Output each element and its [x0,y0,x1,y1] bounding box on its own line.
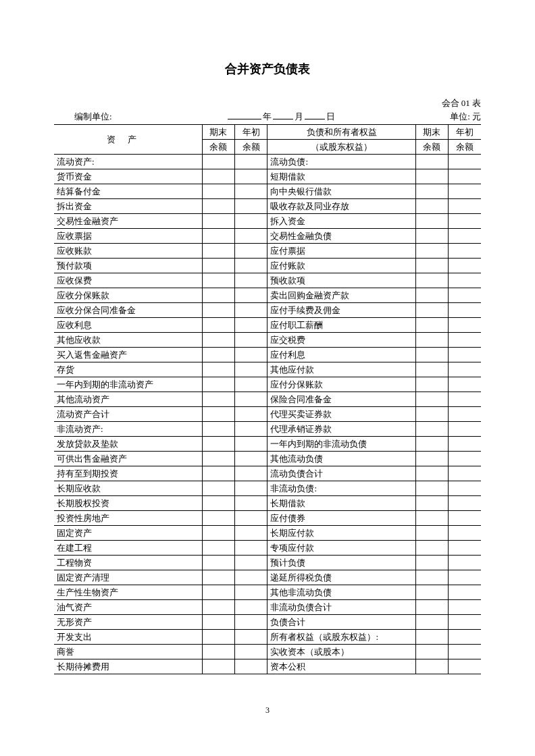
value-cell [235,481,268,496]
table-row: 应收账款应付票据 [54,244,481,259]
value-cell [235,511,268,526]
value-cell [449,481,481,496]
table-header-row-1: 资产 期末 年初 负债和所有者权益 期末 年初 [54,125,481,140]
liability-cell: 应付债券 [268,511,415,526]
value-cell [415,259,448,273]
value-cell [415,199,448,214]
table-row: 固定资产长期应付款 [54,526,481,541]
value-cell [202,244,234,259]
value-cell [449,199,481,214]
asset-cell: 其他应收款 [54,333,202,348]
table-row: 投资性房地产应付债券 [54,511,481,526]
asset-cell: 结算备付金 [54,184,202,199]
table-row: 无形资产负债合计 [54,615,481,630]
value-cell [235,155,268,169]
liability-cell: 保险合同准备金 [268,392,415,407]
value-cell [202,496,234,511]
value-cell [449,348,481,362]
asset-cell: 持有至到期投资 [54,466,202,481]
value-cell [449,645,481,659]
value-cell [415,615,448,630]
value-cell [449,570,481,585]
value-cell [235,392,268,407]
page-title: 合并资产负债表 [54,61,481,77]
value-cell [202,630,234,645]
value-cell [235,585,268,600]
value-cell [449,318,481,333]
value-cell [202,615,234,630]
liability-cell: 其他应付款 [268,362,415,377]
value-cell [202,659,234,674]
org-label: 编制单位: [54,111,112,123]
value-cell [202,377,234,392]
page-number: 3 [0,705,535,716]
month-blank [273,119,293,119]
liability-cell: 代理承销证券款 [268,422,415,437]
hdr-end-bal-l2: 余额 [415,140,448,155]
value-cell [415,526,448,541]
value-cell [415,303,448,318]
table-row: 交易性金融资产拆入资金 [54,214,481,229]
value-cell [415,229,448,244]
year-blank [228,119,261,119]
value-cell [235,333,268,348]
hdr-end-bal-l: 期末 [415,125,448,140]
value-cell [202,303,234,318]
value-cell [415,556,448,570]
value-cell [449,452,481,466]
value-cell [235,259,268,273]
value-cell [449,244,481,259]
table-row: 应收利息应付职工薪酬 [54,318,481,333]
value-cell [415,377,448,392]
value-cell [449,600,481,615]
value-cell [202,348,234,362]
value-cell [449,496,481,511]
value-cell [235,600,268,615]
value-cell [235,556,268,570]
value-cell [202,318,234,333]
liability-cell: 代理买卖证券款 [268,407,415,422]
table-row: 应收分保账款卖出回购金融资产款 [54,288,481,303]
table-row: 开发支出所有者权益（或股东权益）: [54,630,481,645]
value-cell [235,407,268,422]
value-cell [235,496,268,511]
value-cell [415,273,448,288]
value-cell [202,452,234,466]
value-cell [202,526,234,541]
value-cell [449,659,481,674]
asset-cell: 交易性金融资产 [54,214,202,229]
value-cell [202,229,234,244]
asset-cell: 拆出资金 [54,199,202,214]
date-area: 年月日 [112,111,451,123]
value-cell [449,169,481,184]
asset-cell: 货币资金 [54,169,202,184]
hdr-end-bal-a2: 余额 [202,140,234,155]
value-cell [235,422,268,437]
value-cell [449,288,481,303]
value-cell [202,199,234,214]
value-cell [202,392,234,407]
liability-cell: 短期借款 [268,169,415,184]
asset-cell: 生产性生物资产 [54,585,202,600]
value-cell [235,348,268,362]
value-cell [235,214,268,229]
hdr-end-bal-a: 期末 [202,125,234,140]
value-cell [415,362,448,377]
liability-cell: 应付票据 [268,244,415,259]
table-row: 应收分保合同准备金应付手续费及佣金 [54,303,481,318]
value-cell [449,407,481,422]
value-cell [449,184,481,199]
liability-cell: 应付手续费及佣金 [268,303,415,318]
table-row: 持有至到期投资流动负债合计 [54,466,481,481]
value-cell [235,169,268,184]
table-row: 货币资金短期借款 [54,169,481,184]
liability-cell: 非流动负债合计 [268,600,415,615]
value-cell [415,348,448,362]
value-cell [202,422,234,437]
asset-cell: 其他流动资产 [54,392,202,407]
table-row: 应收票据交易性金融负债 [54,229,481,244]
value-cell [449,526,481,541]
hdr-beg-bal-l: 年初 [449,125,481,140]
value-cell [202,600,234,615]
asset-cell: 流动资产: [54,155,202,169]
